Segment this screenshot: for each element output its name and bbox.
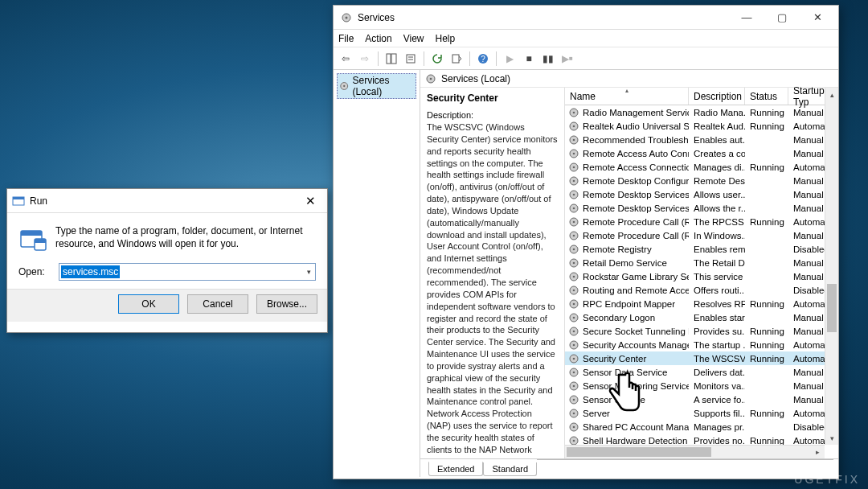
gear-icon — [568, 312, 579, 323]
help-icon[interactable]: ? — [474, 50, 492, 68]
table-row[interactable]: Secondary LogonEnables star...Manual — [565, 310, 838, 324]
col-name[interactable]: Name▴ — [565, 88, 689, 105]
tree-node-services-local[interactable]: Services (Local) — [337, 73, 416, 99]
tree-node-label: Services (Local) — [352, 75, 414, 97]
table-row[interactable]: Sensor ServiceA service fo...Manual (Tri — [565, 392, 838, 406]
table-row[interactable]: Sensor Monitoring ServiceMonitors va...M… — [565, 379, 838, 392]
table-row[interactable]: Radio Management ServiceRadio Mana...Run… — [565, 105, 838, 119]
menu-view[interactable]: View — [403, 33, 424, 44]
restart-service-icon[interactable]: ▶■ — [559, 50, 576, 68]
scroll-right-icon[interactable]: ▸ — [811, 446, 825, 458]
gear-icon — [568, 353, 579, 364]
col-description[interactable]: Description — [689, 88, 745, 105]
forward-icon[interactable]: ⇨ — [356, 50, 374, 68]
table-row[interactable]: Sensor Data ServiceDelivers dat...Manual… — [565, 365, 838, 379]
run-open-value: services.msc — [63, 266, 118, 277]
menu-file[interactable]: File — [338, 33, 354, 44]
scroll-thumb[interactable] — [827, 284, 837, 332]
gear-icon — [568, 244, 579, 255]
scroll-up-icon[interactable]: ▴ — [825, 88, 838, 101]
table-row[interactable]: Remote Desktop Configurat...Remote Des..… — [565, 174, 838, 187]
table-row[interactable]: Remote Procedure Call (RPC)The RPCSS s..… — [565, 215, 838, 228]
show-hide-tree-icon[interactable] — [383, 50, 400, 68]
svg-point-31 — [573, 179, 575, 182]
table-row[interactable]: Security Accounts ManagerThe startup ...… — [565, 338, 838, 351]
tab-standard[interactable]: Standard — [483, 462, 537, 476]
svg-point-65 — [573, 412, 575, 414]
service-detail-description: The WSCSVC (Windows Security Center) ser… — [427, 121, 558, 458]
stop-service-icon[interactable]: ■ — [520, 50, 538, 68]
chevron-down-icon[interactable]: ▾ — [302, 268, 315, 276]
svg-text:?: ? — [481, 55, 485, 64]
run-icon — [12, 195, 25, 208]
scroll-thumb[interactable] — [567, 447, 711, 457]
table-row[interactable]: RPC Endpoint MapperResolves RP...Running… — [565, 297, 838, 310]
gear-icon — [568, 175, 579, 187]
gear-icon — [568, 380, 579, 392]
export-icon[interactable] — [448, 50, 465, 68]
service-rows[interactable]: Radio Management ServiceRadio Mana...Run… — [565, 105, 838, 458]
menu-help[interactable]: Help — [436, 33, 456, 44]
table-row[interactable]: Remote RegistryEnables rem...Disabled — [565, 242, 838, 256]
service-detail-pane: Security Center Description: The WSCSVC … — [420, 88, 565, 458]
svg-point-49 — [573, 302, 575, 305]
table-row[interactable]: Secure Socket Tunneling Pr...Provides su… — [565, 324, 838, 338]
svg-point-51 — [573, 316, 575, 318]
run-titlebar[interactable]: Run ✕ — [7, 189, 327, 213]
svg-point-35 — [573, 207, 575, 209]
table-row[interactable]: Rockstar Game Library Servi...This servi… — [565, 269, 838, 283]
table-row[interactable]: Remote Desktop Services U...Allows the r… — [565, 201, 838, 215]
col-status[interactable]: Status — [745, 88, 788, 105]
svg-point-59 — [573, 371, 575, 373]
services-view-tabs: Extended Standard — [420, 459, 838, 477]
svg-point-19 — [430, 77, 432, 80]
service-list-pane: Name▴ Description Status Startup Typ Rad… — [565, 88, 838, 458]
scroll-down-icon[interactable]: ▾ — [825, 431, 838, 445]
svg-point-57 — [573, 357, 575, 360]
services-toolbar: ⇦ ⇨ ? ▶ ■ ▮▮ ▶■ — [334, 47, 838, 70]
table-row[interactable]: Realtek Audio Universal Ser...Realtek Au… — [565, 119, 838, 133]
gear-icon — [568, 216, 579, 228]
browse-button[interactable]: Browse... — [256, 294, 317, 314]
services-titlebar[interactable]: Services — ▢ ✕ — [334, 6, 838, 30]
run-open-combobox[interactable]: services.msc ▾ — [59, 263, 316, 281]
svg-point-27 — [573, 152, 575, 154]
table-row[interactable]: Recommended Troublesho...Enables aut...M… — [565, 133, 838, 146]
column-headers[interactable]: Name▴ Description Status Startup Typ — [565, 88, 838, 105]
cancel-button[interactable]: Cancel — [187, 294, 248, 314]
svg-point-43 — [573, 261, 575, 264]
close-button[interactable]: ✕ — [800, 6, 835, 29]
svg-rect-13 — [452, 55, 459, 63]
minimize-button[interactable]: — — [729, 6, 764, 29]
tab-extended[interactable]: Extended — [428, 462, 483, 476]
vertical-scrollbar[interactable]: ▴ ▾ — [825, 88, 838, 445]
svg-point-53 — [573, 330, 575, 332]
properties-icon[interactable] — [402, 50, 420, 68]
start-service-icon[interactable]: ▶ — [501, 50, 518, 68]
table-row[interactable]: Routing and Remote AccessOffers routi...… — [565, 283, 838, 297]
table-row[interactable]: Remote Access Auto Conne...Creates a co.… — [565, 146, 838, 160]
table-row[interactable]: ServerSupports fil...RunningAutomatic — [565, 406, 838, 420]
service-detail-desc-label: Description: — [427, 110, 558, 120]
services-tree[interactable]: Services (Local) — [334, 70, 420, 477]
table-row[interactable]: Remote Procedure Call (RP...In Windows..… — [565, 228, 838, 242]
pause-service-icon[interactable]: ▮▮ — [539, 50, 557, 68]
services-window: Services — ▢ ✕ File Action View Help ⇦ ⇨… — [333, 5, 839, 479]
svg-rect-5 — [35, 239, 46, 243]
table-row[interactable]: Retail Demo ServiceThe Retail D...Manual — [565, 256, 838, 269]
back-icon[interactable]: ⇦ — [337, 50, 354, 68]
gear-icon — [568, 339, 579, 351]
run-description: Type the name of a program, folder, docu… — [55, 224, 316, 253]
maximize-button[interactable]: ▢ — [764, 6, 800, 29]
refresh-icon[interactable] — [428, 50, 446, 68]
svg-point-23 — [573, 125, 575, 127]
gear-icon — [568, 134, 579, 146]
table-row[interactable]: Security CenterThe WSCSV...RunningAutoma… — [565, 351, 838, 365]
table-row[interactable]: Remote Desktop ServicesAllows user...Man… — [565, 187, 838, 201]
table-row[interactable]: Remote Access Connection...Manages di...… — [565, 160, 838, 174]
table-row[interactable]: Shared PC Account ManagerManages pr...Di… — [565, 420, 838, 434]
close-icon[interactable]: ✕ — [298, 191, 322, 211]
ok-button[interactable]: OK — [118, 294, 179, 314]
menu-action[interactable]: Action — [365, 33, 391, 44]
horizontal-scrollbar[interactable]: ◂ ▸ — [565, 445, 825, 458]
